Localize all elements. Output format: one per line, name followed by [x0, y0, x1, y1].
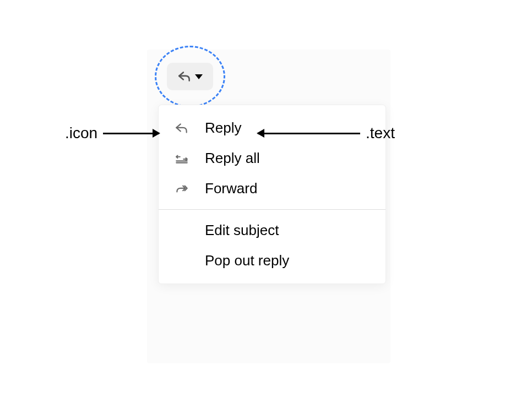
reply-all-icon — [174, 151, 189, 166]
annotation-label: .icon — [65, 124, 97, 142]
menu-item-label: Reply — [205, 119, 241, 137]
annotation-label: .text — [366, 124, 395, 142]
menu-item-forward[interactable]: Forward — [159, 173, 386, 204]
menu-item-reply-all[interactable]: Reply all — [159, 143, 386, 173]
stage-background: Reply Reply all — [147, 50, 390, 363]
annotation-icon: .icon — [65, 124, 159, 142]
forward-icon — [174, 181, 189, 197]
menu-item-label: Reply all — [205, 150, 260, 167]
menu-item-pop-out-reply[interactable]: Pop out reply — [159, 246, 386, 276]
chevron-down-icon — [195, 74, 203, 79]
reply-icon — [174, 121, 189, 136]
menu-item-edit-subject[interactable]: Edit subject — [159, 215, 386, 246]
reply-icon — [177, 69, 192, 84]
menu-item-label: Forward — [205, 180, 257, 197]
annotation-text: .text — [258, 124, 395, 142]
arrow-left-icon — [258, 133, 360, 134]
menu-item-label: Edit subject — [205, 222, 279, 239]
reply-dropdown-button[interactable] — [167, 63, 213, 90]
menu-item-label: Pop out reply — [205, 252, 289, 269]
arrow-right-icon — [103, 133, 159, 134]
menu-divider — [159, 209, 386, 210]
